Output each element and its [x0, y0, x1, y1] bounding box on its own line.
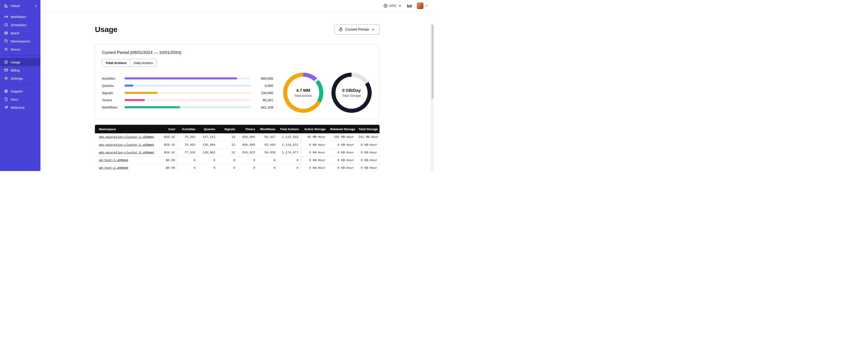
sidebar-item-label: Docs: [11, 98, 18, 101]
stopwatch-icon: [339, 27, 343, 32]
clock-icon: [383, 4, 388, 8]
page-title: Usage: [95, 25, 118, 34]
tab-daily-actions[interactable]: Daily Actions: [130, 59, 156, 67]
cell-active_storage: 0 KB-Hour: [301, 164, 328, 171]
namespace-link[interactable]: a0-test-2.a98mm4: [99, 166, 128, 170]
sidebar-divider: [0, 84, 40, 85]
docs-icon: [4, 97, 8, 101]
cell-namespace: abs-migration-cluster-2.a98mm4: [95, 141, 158, 149]
labs-mode-button[interactable]: [407, 3, 412, 8]
table-row: a0-test-2.a98mm4$0.000000000 KB-Hour0 KB…: [95, 164, 379, 171]
column-header-timers: Timers: [238, 125, 257, 133]
cell-cost: $38.42: [158, 149, 177, 156]
cell-cost: $34.42: [158, 133, 177, 141]
scrollbar-thumb[interactable]: [432, 25, 434, 99]
schedules-icon: [4, 23, 8, 27]
cell-activities: 75,501: [177, 133, 198, 141]
cell-total_actions: 1,114,872: [278, 141, 301, 149]
sidebar-item-namespaces[interactable]: Namespaces: [0, 37, 40, 45]
column-header-queries: Queries: [198, 125, 218, 133]
cell-active_storage: 0 KB-Hour: [301, 141, 328, 149]
usage-table: NamespaceCostActivitiesQueriesSignalsTim…: [95, 125, 379, 171]
bar-value: 541,109: [254, 105, 273, 109]
sidebar-item-schedules[interactable]: Schedules: [0, 21, 40, 29]
column-header-signals: Signals: [218, 125, 238, 133]
total-actions-donut: 4.7 MM Total Actions: [283, 73, 323, 113]
cell-cost: $0.00: [158, 164, 177, 171]
usage-table-head: NamespaceCostActivitiesQueriesSignalsTim…: [95, 125, 379, 133]
bar-fill: [124, 77, 237, 79]
sidebar-item-billing[interactable]: Billing: [0, 66, 40, 74]
sidebar-item-label: Schedules: [11, 23, 26, 27]
cell-workflows: 55,427: [257, 133, 278, 141]
bar-label: Timers: [102, 98, 121, 102]
usage-bar-row: Queries5,000: [102, 84, 273, 88]
bar-label: Activities: [102, 76, 121, 80]
column-header-active_storage: Active Storage: [301, 125, 328, 133]
cell-total_storage: 0 KB-Hour: [356, 156, 379, 164]
column-header-namespace: Namespace: [95, 125, 158, 133]
cell-total_storage: 0 KB-Hour: [356, 164, 379, 171]
cell-timers: 0: [238, 164, 257, 171]
user-menu[interactable]: [416, 2, 428, 9]
welcome-icon: [4, 105, 8, 109]
namespace-link[interactable]: abs-migration-cluster-1.a98mm4: [99, 135, 154, 139]
sidebar-item-welcome[interactable]: Welcome: [0, 103, 40, 111]
cell-activities: 75,452: [177, 141, 198, 149]
timezone-label: UTC: [389, 4, 396, 8]
cell-namespace: abs-migration-cluster-3.a98mm4: [95, 149, 158, 156]
vertical-scrollbar[interactable]: [431, 24, 434, 171]
sidebar-item-label: Settings: [11, 76, 23, 80]
timezone-select[interactable]: UTC: [383, 4, 402, 8]
sidebar-item-settings[interactable]: Settings: [0, 74, 40, 82]
bar-value: 5,000: [254, 84, 273, 88]
cell-signals: 22: [218, 141, 238, 149]
bar-track: [124, 92, 251, 94]
total-storage-value: 0 GB/Day: [342, 88, 361, 93]
usage-bar-row: Workflows541,109: [102, 105, 273, 109]
cell-activities: 77,332: [177, 149, 198, 156]
sidebar-item-usage[interactable]: Usage: [0, 58, 40, 66]
period-dropdown-button[interactable]: Current Period: [334, 24, 379, 35]
sidebar-item-label: Nexus: [11, 47, 20, 51]
sidebar-item-workflows[interactable]: Workflows: [0, 13, 40, 21]
tab-total-actions[interactable]: Total Actions: [102, 59, 130, 67]
column-header-workflows: Workflows: [257, 125, 278, 133]
usage-bar-row: Activities900,000: [102, 76, 273, 80]
column-header-total_storage: Total Storage: [356, 125, 379, 133]
total-actions-label: Total Actions: [294, 94, 312, 98]
page-head: Usage Current Period: [95, 24, 379, 35]
sidebar-item-nexus[interactable]: Nexus: [0, 45, 40, 53]
workflows-icon: [4, 15, 8, 19]
cell-active_storage: 59 MB-Hour: [301, 133, 328, 141]
sidebar-collapse-icon[interactable]: [34, 4, 38, 8]
namespace-link[interactable]: abs-migration-cluster-3.a98mm4: [99, 151, 154, 154]
cell-signals: 14: [218, 133, 238, 141]
usage-donuts: 4.7 MM Total Actions 0 GB/Day Total Stor…: [283, 73, 373, 113]
nexus-icon: [4, 47, 8, 51]
sidebar-item-docs[interactable]: Docs: [0, 95, 40, 103]
cell-timers: 0: [238, 156, 257, 164]
sidebar-item-label: Usage: [11, 60, 20, 64]
usage-card-title: Current Period (09/01/2024 — 10/01/2024): [102, 50, 373, 55]
app: Cloud WorkflowsSchedulesBatchNamespacesN…: [0, 0, 434, 171]
bar-fill: [124, 99, 145, 101]
cell-activities: 0: [177, 164, 198, 171]
sidebar-item-label: Billing: [11, 68, 20, 72]
namespace-link[interactable]: abs-migration-cluster-2.a98mm4: [99, 143, 154, 147]
chevron-down-icon: [398, 4, 402, 8]
sidebar-item-batch[interactable]: Batch: [0, 29, 40, 37]
bar-track: [124, 77, 251, 79]
sidebar-item-label: Namespaces: [11, 39, 31, 43]
bar-value: 130,000: [254, 91, 273, 95]
total-storage-donut: 0 GB/Day Total Storage: [332, 73, 372, 113]
total-actions-value: 4.7 MM: [296, 88, 310, 93]
main: UTC Usage Current Period: [40, 0, 434, 171]
namespace-link[interactable]: a0-test-1.a98mm4: [99, 159, 128, 162]
sidebar-item-support[interactable]: Support: [0, 87, 40, 95]
period-dropdown-label: Current Period: [345, 28, 369, 32]
cell-signals: 0: [218, 156, 238, 164]
cell-total_actions: 0: [278, 164, 301, 171]
usage-icon: [4, 60, 8, 64]
column-header-total_actions: Total Actions: [278, 125, 301, 133]
